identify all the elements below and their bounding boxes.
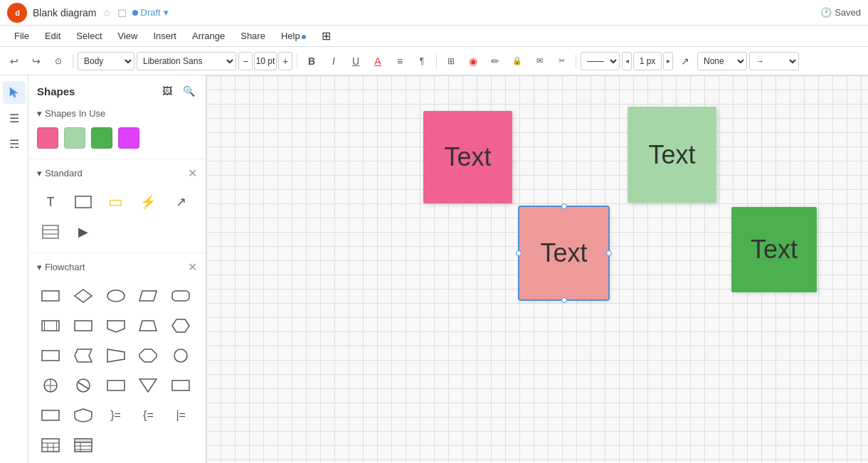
sidebar-image-button[interactable]: 🖼 bbox=[159, 83, 176, 100]
fc-triangle-down[interactable] bbox=[134, 372, 162, 399]
fc-rect4[interactable] bbox=[102, 372, 129, 399]
font-size-input[interactable] bbox=[254, 52, 277, 70]
fc-table-grid[interactable] bbox=[37, 432, 64, 459]
saved-status[interactable]: 🕐 Saved bbox=[820, 7, 861, 18]
font-size-increase[interactable]: + bbox=[278, 52, 292, 70]
style-button[interactable]: ⊙ bbox=[48, 51, 68, 71]
body-select[interactable]: Body bbox=[78, 52, 134, 70]
font-color-button[interactable]: A bbox=[368, 51, 388, 71]
arrow-select[interactable]: → bbox=[749, 52, 799, 70]
menu-insert[interactable]: Insert bbox=[146, 28, 184, 44]
draft-badge[interactable]: Draft ▾ bbox=[132, 7, 169, 18]
px-input[interactable] bbox=[633, 52, 662, 70]
shape-text[interactable]: T bbox=[37, 188, 64, 215]
fc-circle[interactable] bbox=[167, 342, 194, 369]
fc-table-header[interactable] bbox=[70, 432, 97, 459]
fc-shield[interactable] bbox=[70, 402, 97, 429]
handle-top[interactable] bbox=[561, 203, 567, 209]
svg-rect-28 bbox=[42, 410, 59, 420]
fc-rect2[interactable] bbox=[70, 312, 97, 339]
doc-icon[interactable]: ◻ bbox=[117, 6, 127, 19]
handle-left[interactable] bbox=[516, 250, 522, 256]
layers-button[interactable]: ☴ bbox=[3, 132, 26, 155]
separator-1 bbox=[73, 54, 73, 68]
page-button[interactable]: ☰ bbox=[3, 107, 26, 129]
star-icon[interactable]: ☆ bbox=[102, 7, 112, 18]
fill-button[interactable]: ◉ bbox=[463, 51, 483, 71]
fc-rect5[interactable] bbox=[167, 372, 194, 399]
standard-close-button[interactable]: ✕ bbox=[188, 166, 197, 180]
flowchart-close-button[interactable]: ✕ bbox=[188, 260, 197, 274]
connection-select[interactable]: None bbox=[697, 52, 747, 70]
shape-list[interactable] bbox=[37, 218, 64, 245]
waypoint-button[interactable]: ↗ bbox=[675, 51, 695, 71]
menu-view[interactable]: View bbox=[111, 28, 145, 44]
px-decrease[interactable]: ◂ bbox=[622, 52, 632, 70]
fc-rounded-rect[interactable] bbox=[167, 282, 194, 309]
fc-taper[interactable] bbox=[102, 342, 129, 369]
fc-hex[interactable] bbox=[167, 312, 194, 339]
sticky-note-3[interactable]: Text bbox=[519, 207, 608, 299]
shape-arrow[interactable]: ↗ bbox=[167, 188, 194, 215]
menu-puzzle[interactable]: ⊞ bbox=[314, 26, 338, 46]
fc-rect6[interactable] bbox=[37, 402, 64, 429]
handle-bottom[interactable] bbox=[561, 297, 567, 303]
fc-pipe[interactable]: |= bbox=[167, 402, 194, 429]
extra1-button[interactable]: ✉ bbox=[529, 51, 549, 71]
redo-button[interactable]: ↪ bbox=[26, 51, 46, 71]
underline-button[interactable]: U bbox=[346, 51, 366, 71]
bold-button[interactable]: B bbox=[302, 51, 322, 71]
fc-crosshair[interactable] bbox=[37, 372, 64, 399]
color-swatch-purple[interactable] bbox=[118, 127, 139, 149]
fc-no[interactable] bbox=[70, 372, 97, 399]
canvas-area[interactable]: Text Text Text Text bbox=[206, 75, 868, 463]
sticky-note-2[interactable]: Text bbox=[628, 107, 716, 203]
font-family-select[interactable]: Liberation Sans bbox=[137, 52, 236, 70]
fc-braces[interactable]: }= bbox=[102, 402, 129, 429]
shape-play[interactable]: ▶ bbox=[70, 218, 97, 245]
font-size-decrease[interactable]: − bbox=[238, 52, 253, 70]
fc-double-rect[interactable] bbox=[37, 312, 64, 339]
fc-rect3[interactable] bbox=[37, 342, 64, 369]
italic-button[interactable]: I bbox=[324, 51, 344, 71]
sticky-note-4[interactable]: Text bbox=[731, 207, 817, 292]
sidebar-search-button[interactable]: 🔍 bbox=[180, 83, 197, 100]
color-swatch-pink[interactable] bbox=[37, 127, 58, 149]
color-swatch-light-green[interactable] bbox=[64, 127, 85, 149]
draft-dropdown-icon[interactable]: ▾ bbox=[164, 7, 169, 18]
color-swatch-green[interactable] bbox=[91, 127, 112, 149]
menu-share[interactable]: Share bbox=[233, 28, 272, 44]
fc-parallelogram[interactable] bbox=[134, 282, 162, 309]
shape-lightning[interactable]: ⚡ bbox=[134, 188, 162, 215]
fc-trapezoid[interactable] bbox=[134, 312, 162, 339]
menu-file[interactable]: File bbox=[7, 28, 36, 44]
align-button[interactable]: ≡ bbox=[390, 51, 410, 71]
format-button[interactable]: ¶ bbox=[412, 51, 432, 71]
menu-arrange[interactable]: Arrange bbox=[185, 28, 232, 44]
flowchart-header[interactable]: ▾ Flowchart ✕ bbox=[28, 256, 206, 278]
line-style-select[interactable]: —— bbox=[581, 52, 620, 70]
sticky-note-1[interactable]: Text bbox=[423, 111, 512, 203]
menu-select[interactable]: Select bbox=[69, 28, 109, 44]
shape-sticky[interactable]: ▭ bbox=[102, 188, 129, 215]
fc-rect[interactable] bbox=[37, 282, 64, 309]
px-increase[interactable]: ▸ bbox=[663, 52, 673, 70]
fc-pentagon[interactable] bbox=[102, 312, 129, 339]
fc-diamond[interactable] bbox=[70, 282, 97, 309]
line-color-button[interactable]: ✏ bbox=[485, 51, 505, 71]
shape-rect[interactable] bbox=[70, 188, 97, 215]
extra2-button[interactable]: ✂ bbox=[551, 51, 571, 71]
shapes-in-use-header[interactable]: ▾ Shapes In Use bbox=[28, 104, 206, 123]
lock-button[interactable]: 🔒 bbox=[507, 51, 527, 71]
undo-button[interactable]: ↩ bbox=[4, 51, 24, 71]
standard-header[interactable]: ▾ Standard ✕ bbox=[28, 162, 206, 184]
fc-oval[interactable] bbox=[102, 282, 129, 309]
menu-edit[interactable]: Edit bbox=[38, 28, 68, 44]
handle-right[interactable] bbox=[606, 250, 612, 256]
menu-help[interactable]: Help bbox=[274, 28, 313, 44]
select-tool-button[interactable] bbox=[3, 81, 26, 104]
fc-flag[interactable] bbox=[70, 342, 97, 369]
insert-table-button[interactable]: ⊞ bbox=[441, 51, 461, 71]
fc-octagon[interactable] bbox=[134, 342, 162, 369]
fc-braces2[interactable]: {= bbox=[134, 402, 162, 429]
